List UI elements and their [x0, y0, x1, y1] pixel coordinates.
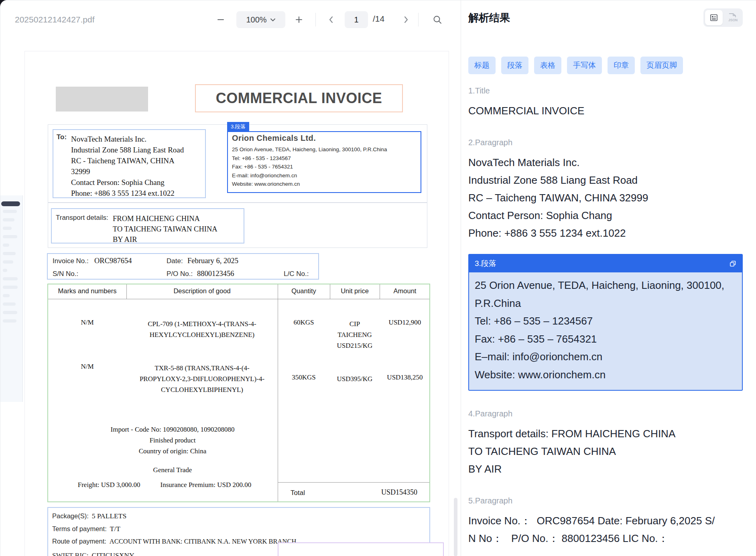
swift-label: SWIFT BIC: — [52, 551, 89, 556]
parse-sections: 1.TitleCOMMERCIAL INVOICE2.ParagraphNova… — [468, 86, 743, 556]
cell-amount: USD138,250 — [380, 373, 430, 381]
text-line: RC – Taicheng TAIWAN, CHINA 32999 — [468, 189, 743, 207]
cell-unit-price: CIPTAICHENGUSD215/KG — [330, 319, 380, 351]
table-line — [48, 299, 429, 299]
view-toggle: JSON — [703, 8, 743, 27]
cell-quantity: 60KGS — [278, 319, 330, 327]
transport-label: Transport details: — [56, 214, 108, 222]
text-line: 25 Orion Avenue, TEDA, Haicheng, Liaonin… — [232, 145, 387, 154]
text-line: Tel: +86 - 535 - 1234567 — [232, 154, 387, 163]
zoom-out-button[interactable] — [212, 11, 229, 28]
seller-name: Orion Chemicals Ltd. — [232, 134, 316, 143]
page-number-input[interactable]: 1 — [345, 11, 368, 28]
document-view-button[interactable] — [705, 10, 723, 25]
total-label: Total — [291, 489, 305, 497]
text-line: Fax: +86 – 535 – 7654321 — [475, 330, 736, 348]
terms-label: Terms of payment: — [52, 525, 107, 533]
panel-resize-handle[interactable] — [1, 201, 20, 206]
search-button[interactable] — [429, 11, 446, 28]
route-label: Route of payment: — [52, 538, 106, 545]
cell-description: CPL-709 (1-METHOXY-4-(TRANS-4-HEXYLCYCLO… — [126, 319, 278, 340]
text-line: Website: www.orionchem.cn — [475, 366, 736, 384]
parse-section-5[interactable]: 5.ParagraphInvoice No.： ORC987654 Date: … — [468, 496, 743, 547]
file-name: 20250212142427.pdf — [15, 15, 95, 24]
text-line: USD215/KG — [330, 340, 380, 351]
pdf-toolbar: 20250212142427.pdf 100% 1 /14 — [0, 0, 461, 32]
seller-box-overlay[interactable]: Orion Chemicals Ltd. 25 Orion Avenue, TE… — [227, 131, 421, 193]
col-header-quantity: Quantity — [278, 287, 330, 295]
text-line: Website: www.orionchem.cn — [232, 180, 387, 189]
text-line: CIP — [330, 319, 380, 329]
po-no-label: P/O No.: — [167, 270, 193, 278]
redacted-logo-box — [56, 87, 148, 112]
skeleton-line — [3, 244, 9, 247]
pdf-scrollbar[interactable] — [454, 498, 457, 556]
section-label: 2.Paragraph — [468, 138, 743, 147]
text-line: Industrial Zone 588 Liang East Road — [71, 144, 184, 155]
skeleton-line — [3, 227, 12, 230]
chevron-left-icon — [329, 16, 333, 23]
text-line: CPL-709 (1-METHOXY-4-(TRANS-4- — [126, 319, 278, 329]
seller-address: 25 Orion Avenue, TEDA, Haicheng, Liaonin… — [232, 145, 387, 189]
section-label: 1.Title — [468, 86, 743, 95]
text-line: USD395/KG — [330, 373, 380, 384]
invoice-meta-overlay[interactable]: Invoice No.: ORC987654 Date: February 6,… — [47, 253, 319, 280]
chevron-down-icon — [270, 18, 276, 22]
title-detection-overlay[interactable]: COMMERCIAL INVOICE — [195, 84, 403, 112]
outline-skeleton-panel — [0, 195, 23, 402]
minus-icon — [217, 16, 225, 24]
filter-chip-1[interactable]: 标题 — [468, 57, 496, 74]
note-import-code: Import - Code No: 1090208080, 1090208080 — [64, 426, 281, 434]
parse-section-1[interactable]: 1.TitleCOMMERCIAL INVOICE — [468, 86, 743, 120]
section-label: 5.Paragraph — [468, 496, 743, 505]
terms-value: T/T — [110, 525, 120, 533]
text-line: Transport details: FROM HAICHENG CHINA — [468, 425, 743, 442]
next-page-button[interactable] — [398, 11, 415, 28]
col-header-description: Description of good — [126, 287, 278, 295]
copy-icon[interactable] — [730, 260, 736, 267]
skeleton-line — [3, 235, 17, 238]
selected-paragraph-tag: 3.段落 — [227, 122, 249, 131]
text-line: Contact Person: Sophia Chang — [71, 177, 184, 188]
skeleton-line — [3, 252, 16, 255]
highlighted-section-header: 3.段落 — [469, 255, 742, 272]
to-box-overlay[interactable]: To: NovaTech Materials Inc.Industrial Zo… — [53, 129, 206, 198]
text-line: Phone: +886 3 555 1234 ext.1022 — [71, 188, 184, 199]
stamp-detection-overlay[interactable] — [278, 542, 444, 556]
table-detection-overlay[interactable]: Marks and numbers Description of good Qu… — [47, 284, 430, 502]
document-view-icon — [710, 14, 718, 22]
package-label: Package(S): — [52, 512, 89, 520]
transport-box-overlay[interactable]: Transport details: FROM HAICHENG CHINATO… — [51, 208, 244, 244]
toolbar-divider — [315, 13, 316, 26]
text-line: Phone: +886 3 555 1234 ext.1022 — [468, 224, 743, 242]
text-line: 32999 — [71, 166, 184, 177]
skeleton-line — [3, 286, 18, 289]
prev-page-button[interactable] — [323, 11, 339, 28]
to-label: To: — [57, 133, 67, 141]
filter-chip-3[interactable]: 表格 — [534, 57, 561, 74]
json-view-button[interactable]: JSON — [723, 10, 741, 25]
filter-chip-4[interactable]: 手写体 — [567, 57, 602, 74]
filter-chip-6[interactable]: 页眉页脚 — [640, 57, 683, 74]
cell-amount: USD12,900 — [380, 319, 430, 327]
note-insurance: Insurance Premium: USD 200.00 — [161, 481, 252, 489]
json-file-icon: JSON — [727, 12, 738, 23]
text-line: HEXYLCYCLOHEXYL)BENZENE) — [126, 329, 278, 340]
section-content: Invoice No.： ORC987654 Date: February 6,… — [468, 512, 743, 547]
filter-chip-5[interactable]: 印章 — [608, 57, 635, 74]
filter-chip-2[interactable]: 段落 — [501, 57, 528, 74]
note-country-origin: Country of origin: China — [64, 447, 281, 455]
highlighted-section-card[interactable]: 3.段落25 Orion Avenue, TEDA, Haicheng, Lia… — [468, 254, 743, 391]
text-line: TO TAICHENG TAIWAN CHINA — [113, 224, 217, 234]
sn-no-label: S/N No.: — [53, 270, 78, 278]
lc-no-label: L/C No.: — [284, 270, 309, 278]
zoom-level-select[interactable]: 100% — [236, 11, 285, 28]
parse-section-4[interactable]: 4.ParagraphTransport details: FROM HAICH… — [468, 409, 743, 478]
note-freight-row: Freight: USD 3,000.00 Insurance Premium:… — [52, 481, 277, 489]
transport-details: FROM HAICHENG CHINATO TAICHENG TAIWAN CH… — [113, 213, 217, 245]
route-value: ACCOUNT WITH BANK: CITIBANK N.A. NEW YOR… — [110, 538, 297, 546]
text-line: BY AIR — [468, 460, 743, 478]
zoom-in-button[interactable] — [291, 11, 307, 28]
text-line: BY AIR — [113, 234, 217, 245]
parse-section-2[interactable]: 2.ParagraphNovaTech Materials Inc.Indust… — [468, 138, 743, 242]
